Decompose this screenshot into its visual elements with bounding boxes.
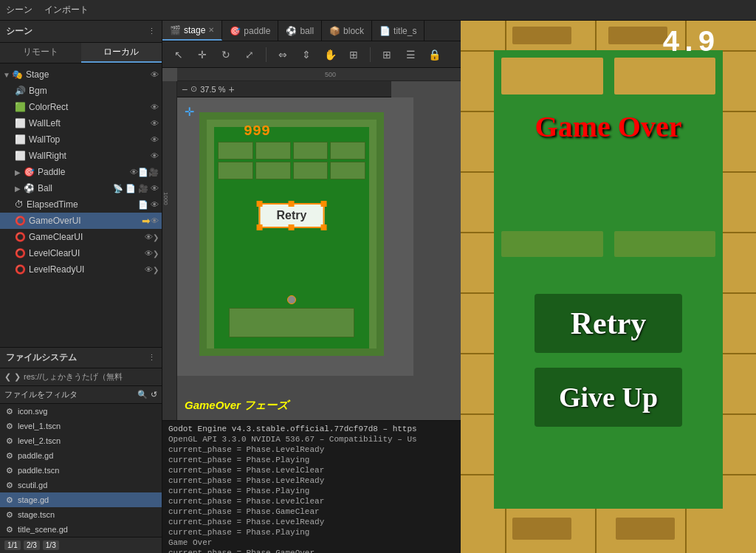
tree-eye-gameclearui[interactable]: 👁 <box>145 233 153 241</box>
tool-lock[interactable]: 🔒 <box>424 45 444 64</box>
tree-item-levelclearui[interactable]: ⭕ LevelClearUI 👁 ❯ <box>0 245 162 261</box>
tree-eye-walltop[interactable]: 👁 <box>151 135 159 144</box>
scene-tree: ▼ 🎭 Stage 👁 🔊 Bgm 🟩 ColorRect 👁 ⬜ <box>0 63 162 347</box>
file-path-forward[interactable]: ❯ <box>14 372 21 382</box>
retry-button-canvas[interactable]: Retry <box>259 203 325 228</box>
block-5 <box>255 162 291 179</box>
tree-item-gameclearui[interactable]: ⭕ GameClearUI 👁 ❯ <box>0 229 162 245</box>
tool-snap[interactable]: ⊞ <box>343 45 364 64</box>
tree-item-colorrect[interactable]: 🟩 ColorRect 👁 <box>0 99 162 115</box>
tree-eye-colorrect[interactable]: 👁 <box>151 103 159 111</box>
output-opengl: OpenGL API 3.3.0 NVIDIA 536.67 – Compati… <box>162 434 461 444</box>
tree-item-gameoverui[interactable]: ⭕ GameOverUI ➡ 👁 <box>0 213 162 229</box>
file-name-scutil: scutil.gd <box>18 481 47 490</box>
file-panel-menu-icon[interactable]: ⋮ <box>148 353 156 363</box>
retry-button-right[interactable]: Retry <box>535 294 682 353</box>
file-name-stage-tscn: stage.tscn <box>18 510 55 519</box>
file-reload-icon[interactable]: ↺ <box>151 390 157 399</box>
tree-icon-gameoverui: ⭕ <box>15 216 26 226</box>
arrow-icon-gameoverui: ➡ <box>142 215 151 227</box>
tree-icon-bgm: 🔊 <box>15 86 26 96</box>
editor-tab-title[interactable]: 📄 title_s <box>372 21 425 41</box>
tool-flip-h[interactable]: ⇔ <box>272 45 293 64</box>
tree-arrow-paddle: ▶ <box>15 168 24 176</box>
file-item-scutil[interactable]: ⚙ scutil.gd <box>0 478 162 492</box>
tree-eye-wallleft[interactable]: 👁 <box>151 119 159 128</box>
zoom-circle: ⊙ <box>190 84 197 94</box>
tree-item-wallleft[interactable]: ⬜ WallLeft 👁 <box>0 115 162 131</box>
tree-icon-paddle: 🎯 <box>24 167 35 177</box>
zoom-plus[interactable]: + <box>228 83 234 95</box>
tool-grid[interactable]: ⊞ <box>377 45 397 64</box>
file-panel: ファイルシステム ⋮ ❮ ❯ res://しょかきうたげ（無料 ファイルをフィル… <box>0 347 162 553</box>
file-item-stage-gd[interactable]: ⚙ stage.gd <box>0 492 162 507</box>
file-search-icon[interactable]: 🔍 <box>137 390 148 399</box>
tree-eye-wallright[interactable]: 👁 <box>151 151 159 160</box>
editor-tab-stage[interactable]: 🎬 stage ✕ <box>162 21 222 41</box>
tree-item-levelreadyui[interactable]: ⭕ LevelReadyUI 👁 ❯ <box>0 261 162 278</box>
scene-tabs: リモート ローカル <box>0 43 162 63</box>
file-item-paddle-tscn[interactable]: ⚙ paddle.tscn <box>0 463 162 478</box>
block-7 <box>330 162 365 179</box>
tab-label-title: title_s <box>394 26 416 36</box>
file-path-back[interactable]: ❮ <box>4 372 11 382</box>
tab-label-block: block <box>343 26 364 36</box>
menu-scene[interactable]: シーン <box>6 4 32 16</box>
tree-label-gameoverui: GameOverUI <box>29 216 139 226</box>
output-line-4: current_phase = Phase.Playing <box>162 486 461 496</box>
block-4 <box>218 162 253 179</box>
tree-label-wallleft: WallLeft <box>29 118 151 128</box>
file-item-title-scene[interactable]: ⚙ title_scene.gd <box>0 522 162 537</box>
tree-item-ball[interactable]: ▶ ⚽ Ball 📡 📄 🎥 👁 <box>0 180 162 196</box>
tree-eye-levelreadyui[interactable]: 👁 <box>145 265 153 274</box>
tree-eye-stage[interactable]: 👁 <box>151 70 159 79</box>
file-item-level2[interactable]: ⚙ level_2.tscn <box>0 433 162 448</box>
file-name-title-scene: title_scene.gd <box>18 525 68 534</box>
tool-move[interactable]: ✛ <box>192 45 213 64</box>
tree-icon-ball: ⚽ <box>24 183 35 193</box>
mid-notch-2 <box>614 231 716 257</box>
tree-item-wallright[interactable]: ⬜ WallRight 👁 <box>0 148 162 164</box>
tree-eye-levelclearui[interactable]: 👁 <box>145 249 153 258</box>
tool-select[interactable]: ↖ <box>168 45 189 64</box>
tab-close-stage[interactable]: ✕ <box>208 26 214 34</box>
file-item-icon-svg[interactable]: ⚙ icon.svg <box>0 404 162 419</box>
tool-hand[interactable]: ✋ <box>320 45 340 64</box>
tab-local[interactable]: ローカル <box>81 43 162 63</box>
menu-import[interactable]: インポート <box>44 4 89 16</box>
tree-item-bgm[interactable]: 🔊 Bgm <box>0 83 162 99</box>
separator-2 <box>370 47 371 62</box>
scene-panel-menu-icon[interactable]: ⋮ <box>148 27 156 36</box>
zoom-minus[interactable]: − <box>182 83 188 95</box>
tool-rotate[interactable]: ↻ <box>216 45 236 64</box>
game-inner-area: 4.9 Game Over Retry Give Up <box>494 50 723 509</box>
tree-eye-gameoverui[interactable]: 👁 <box>151 216 159 225</box>
tree-icon-stage: 🎭 <box>12 69 23 80</box>
tool-transform[interactable]: ☰ <box>400 45 421 64</box>
left-panel: シーン ⋮ リモート ローカル ▼ 🎭 Stage 👁 🔊 Bgm <box>0 21 162 553</box>
tree-label-levelclearui: LevelClearUI <box>29 248 145 258</box>
tree-item-stage[interactable]: ▼ 🎭 Stage 👁 <box>0 66 162 83</box>
editor-tab-paddle[interactable]: 🎯 paddle <box>222 21 278 41</box>
tool-flip-v[interactable]: ⇕ <box>296 45 317 64</box>
editor-tab-block[interactable]: 📦 block <box>322 21 372 41</box>
file-item-level1[interactable]: ⚙ level_1.tscn <box>0 419 162 433</box>
file-panel-header: ファイルシステム ⋮ <box>0 348 162 368</box>
file-item-paddle-gd[interactable]: ⚙ paddle.gd <box>0 448 162 463</box>
tab-icon-stage: 🎬 <box>170 25 181 35</box>
file-icon-scutil: ⚙ <box>6 481 13 490</box>
file-item-stage-tscn[interactable]: ⚙ stage.tscn <box>0 507 162 522</box>
tree-icon-levelclearui: ⭕ <box>15 248 26 258</box>
retry-btn-label: Retry <box>571 306 647 341</box>
tree-eye-paddle[interactable]: 👁 <box>130 168 138 176</box>
editor-tab-ball[interactable]: ⚽ ball <box>278 21 322 41</box>
tab-remote[interactable]: リモート <box>0 43 81 63</box>
give-up-button-right[interactable]: Give Up <box>535 368 682 427</box>
viewport[interactable]: 500 1000 − ⊙ 37.5 % + ✛ <box>162 68 461 420</box>
pagination-bar: 1/1 2/3 1/3 <box>0 537 162 553</box>
tree-item-elapsedtime[interactable]: ⏱ ElapsedTime 📄 👁 <box>0 196 162 213</box>
wall-top <box>207 120 377 127</box>
tree-item-paddle[interactable]: ▶ 🎯 Paddle 👁 📄 🎥 <box>0 164 162 180</box>
tree-item-walltop[interactable]: ⬜ WallTop 👁 <box>0 131 162 148</box>
tool-scale[interactable]: ⤢ <box>239 45 260 64</box>
